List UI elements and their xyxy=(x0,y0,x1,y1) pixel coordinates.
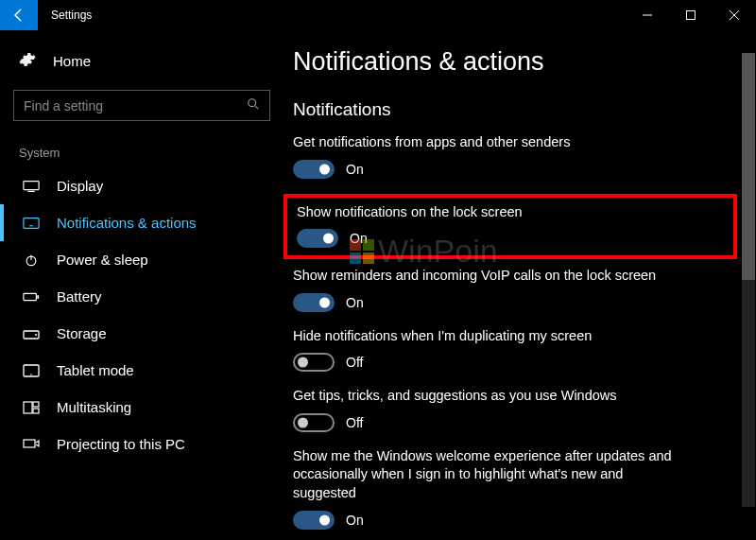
setting-voip-reminders: Show reminders and incoming VoIP calls o… xyxy=(293,267,737,312)
battery-icon xyxy=(23,290,40,304)
minimize-button[interactable] xyxy=(626,0,669,30)
notification-icon xyxy=(23,217,40,230)
setting-tips: Get tips, tricks, and suggestions as you… xyxy=(293,387,737,432)
svg-rect-3 xyxy=(24,218,39,228)
gear-icon xyxy=(19,51,36,71)
toggle-state: On xyxy=(350,231,368,246)
toggle-state: Off xyxy=(346,355,363,370)
sidebar-item-label: Power & sleep xyxy=(57,252,148,268)
sidebar-item-label: Battery xyxy=(57,288,102,305)
close-icon xyxy=(730,10,739,20)
sidebar-item-label: Projecting to this PC xyxy=(57,436,185,452)
titlebar: Settings xyxy=(0,0,756,30)
svg-point-8 xyxy=(35,334,37,336)
monitor-icon xyxy=(23,180,40,193)
svg-point-10 xyxy=(30,374,32,375)
window-controls xyxy=(626,0,756,30)
toggle-state: Off xyxy=(346,415,363,430)
svg-point-1 xyxy=(249,99,256,107)
window-title: Settings xyxy=(38,0,626,30)
maximize-button[interactable] xyxy=(669,0,713,30)
sidebar-item-power[interactable]: Power & sleep xyxy=(0,241,284,278)
close-button[interactable] xyxy=(713,0,756,30)
sidebar-item-label: Multitasking xyxy=(57,399,131,415)
sidebar: Home System Display Notifications & acti… xyxy=(0,30,284,540)
toggle-state: On xyxy=(346,162,364,177)
setting-label: Show reminders and incoming VoIP calls o… xyxy=(293,267,690,286)
search-icon xyxy=(247,97,260,113)
sidebar-item-label: Tablet mode xyxy=(57,362,134,378)
sidebar-item-label: Notifications & actions xyxy=(57,215,197,231)
setting-lock-screen-notifications: Show notifications on the lock screen On xyxy=(297,203,724,249)
highlight-box: Show notifications on the lock screen On xyxy=(284,194,737,260)
multitasking-icon xyxy=(23,401,40,414)
sidebar-item-display[interactable]: Display xyxy=(0,167,284,204)
setting-label: Get tips, tricks, and suggestions as you… xyxy=(293,387,690,406)
svg-rect-12 xyxy=(33,402,39,407)
sidebar-item-storage[interactable]: Storage xyxy=(0,315,284,352)
home-button[interactable]: Home xyxy=(0,42,284,80)
sidebar-item-notifications[interactable]: Notifications & actions xyxy=(0,204,284,241)
svg-rect-14 xyxy=(24,440,35,447)
sidebar-item-label: Storage xyxy=(57,325,107,341)
sidebar-item-projecting[interactable]: Projecting to this PC xyxy=(0,426,284,462)
toggle-welcome[interactable] xyxy=(293,511,335,530)
setting-hide-duplicating: Hide notifications when I'm duplicating … xyxy=(293,327,737,373)
setting-get-notifications: Get notifications from apps and other se… xyxy=(293,133,737,179)
toggle-hide-duplicating[interactable] xyxy=(293,353,335,372)
sidebar-item-tablet[interactable]: Tablet mode xyxy=(0,352,284,389)
tablet-icon xyxy=(23,364,40,377)
setting-label: Show notifications on the lock screen xyxy=(297,203,694,222)
section-title: Notifications xyxy=(293,99,737,120)
svg-rect-5 xyxy=(24,293,37,300)
svg-rect-0 xyxy=(687,11,696,20)
toggle-get-notifications[interactable] xyxy=(293,160,335,179)
home-label: Home xyxy=(53,53,91,69)
maximize-icon xyxy=(686,10,696,20)
setting-welcome: Show me the Windows welcome experience a… xyxy=(293,447,737,530)
page-title: Notifications & actions xyxy=(293,47,737,77)
svg-rect-13 xyxy=(33,409,39,413)
setting-label: Get notifications from apps and other se… xyxy=(293,133,690,152)
sidebar-item-battery[interactable]: Battery xyxy=(0,278,284,315)
power-icon xyxy=(23,253,40,267)
projecting-icon xyxy=(23,438,40,451)
scrollbar[interactable] xyxy=(742,53,755,507)
storage-icon xyxy=(23,327,40,340)
sidebar-item-label: Display xyxy=(57,178,103,194)
svg-rect-6 xyxy=(37,295,39,299)
sidebar-item-multitasking[interactable]: Multitasking xyxy=(0,389,284,426)
svg-rect-2 xyxy=(24,181,39,189)
search-box[interactable] xyxy=(13,90,270,121)
sidebar-group-label: System xyxy=(0,138,284,167)
scroll-thumb[interactable] xyxy=(742,53,755,280)
back-button[interactable] xyxy=(0,0,38,30)
setting-label: Hide notifications when I'm duplicating … xyxy=(293,327,690,346)
toggle-tips[interactable] xyxy=(293,413,335,432)
minimize-icon xyxy=(643,10,652,20)
toggle-lock-screen[interactable] xyxy=(297,229,338,248)
svg-rect-11 xyxy=(24,402,32,413)
toggle-voip[interactable] xyxy=(293,293,335,312)
search-input[interactable] xyxy=(24,98,247,113)
toggle-state: On xyxy=(346,295,364,310)
setting-label: Show me the Windows welcome experience a… xyxy=(293,447,690,503)
toggle-state: On xyxy=(346,513,364,528)
main-panel: Notifications & actions Notifications Ge… xyxy=(284,30,756,540)
arrow-left-icon xyxy=(11,8,26,23)
